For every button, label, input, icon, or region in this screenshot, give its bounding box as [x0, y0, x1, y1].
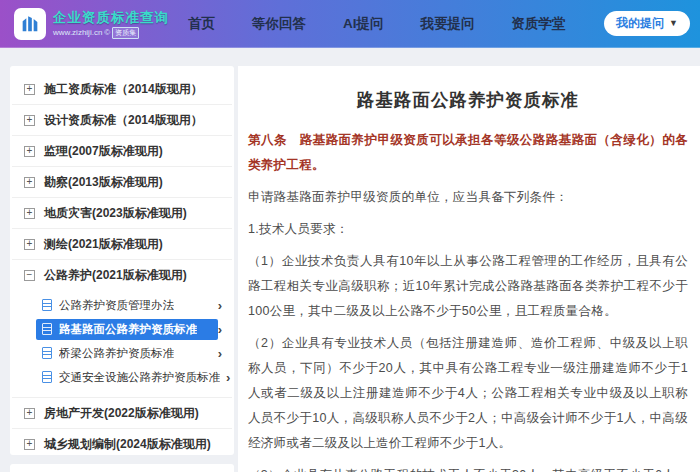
sidebar-item-highway-maintenance[interactable]: 公路养护(2021版标准现用)	[12, 260, 232, 290]
chevron-right-icon	[226, 370, 230, 385]
article-panel: 路基路面公路养护资质标准 第八条 路基路面养护甲级资质可以承担各等级公路路基路面…	[238, 66, 700, 472]
chevron-right-icon	[218, 322, 222, 337]
chevron-right-icon	[218, 298, 222, 313]
chevron-down-icon	[669, 19, 678, 28]
subitem-label: 交通安全设施公路养护资质标准	[59, 370, 220, 385]
expand-plus-icon[interactable]	[24, 408, 35, 419]
expand-plus-icon[interactable]	[24, 208, 35, 219]
document-icon	[42, 347, 52, 359]
sidebar-item-label: 测绘(2021版标准现用)	[44, 236, 163, 253]
subitem-bridge-standard[interactable]: 桥梁公路养护资质标准	[12, 341, 232, 365]
sidebar-item-supervision[interactable]: 监理(2007版标准现用)	[12, 136, 232, 166]
nav-waiting-answers[interactable]: 等你回答	[252, 15, 306, 33]
collapse-minus-icon[interactable]	[24, 270, 35, 281]
sidebar-item-label: 房地产开发(2022版标准现用)	[44, 405, 199, 422]
article-paragraph: （2）企业具有专业技术人员（包括注册建造师、造价工程师、中级及以上职称人员，下同…	[248, 331, 688, 456]
sidebar-item-label: 勘察(2013版标准现用)	[44, 174, 163, 191]
article-paragraph: （1）企业技术负责人具有10年以上从事公路工程管理的工作经历，且具有公路工程相关…	[248, 249, 688, 324]
subitem-traffic-safety-standard[interactable]: 交通安全设施公路养护资质标准	[12, 365, 232, 389]
logo-text: 企业资质标准查询 www.zizhiji.cn©资质集	[53, 9, 169, 39]
sidebar-item-real-estate[interactable]: 房地产开发(2022版标准现用)	[12, 398, 232, 428]
sidebar-item-label: 地质灾害(2023版标准现用)	[44, 205, 187, 222]
sidebar-secondary-panel	[10, 464, 234, 472]
document-icon	[42, 323, 52, 335]
expand-plus-icon[interactable]	[24, 177, 35, 188]
sidebar-tree: 施工资质标准（2014版现用） 设计资质标准（2014版现用） 监理(2007版…	[10, 66, 234, 455]
site-url-text: www.zizhiji.cn	[53, 28, 102, 37]
site-title: 企业资质标准查询	[53, 9, 169, 27]
sidebar-item-label: 城乡规划编制(2024版标准现用)	[44, 436, 211, 453]
expand-plus-icon[interactable]	[24, 439, 35, 450]
my-questions-label: 我的提问	[616, 15, 664, 32]
header: 企业资质标准查询 www.zizhiji.cn©资质集 首页 等你回答 AI提问…	[0, 0, 700, 48]
sidebar-item-label: 施工资质标准（2014版现用）	[44, 81, 203, 98]
sidebar-item-mapping[interactable]: 测绘(2021版标准现用)	[12, 229, 232, 259]
sidebar-item-label: 设计资质标准（2014版现用）	[44, 112, 203, 129]
sidebar-item-survey[interactable]: 勘察(2013版标准现用)	[12, 167, 232, 197]
article-paragraph: 申请路基路面养护甲级资质的单位，应当具备下列条件：	[248, 185, 688, 210]
sidebar-item-construction[interactable]: 施工资质标准（2014版现用）	[12, 74, 232, 104]
article-paragraph: 1.技术人员要求：	[248, 217, 688, 242]
document-icon	[42, 371, 52, 383]
subitem-label: 桥梁公路养护资质标准	[59, 346, 174, 361]
highway-maintenance-submenu: 公路养护资质管理办法 路基路面公路养护资质标准 桥梁公路养护资质标准	[12, 290, 232, 397]
sidebar-item-design[interactable]: 设计资质标准（2014版现用）	[12, 105, 232, 135]
site-logo[interactable]: 企业资质标准查询 www.zizhiji.cn©资质集	[14, 8, 166, 40]
my-questions-button[interactable]: 我的提问	[604, 11, 690, 36]
article-paragraph: （3）企业具有从事公路工程的技术工人不少于30人，其中高级工不少于6人，中级工不…	[248, 463, 688, 472]
expand-plus-icon[interactable]	[24, 239, 35, 250]
nav-qualification-school[interactable]: 资质学堂	[512, 15, 566, 33]
sidebar-item-label: 公路养护(2021版标准现用)	[44, 267, 187, 284]
nav-ai-ask[interactable]: AI提问	[343, 15, 384, 33]
sidebar-item-label: 监理(2007版标准现用)	[44, 143, 163, 160]
copyright-mark: ©	[104, 28, 110, 37]
expand-plus-icon[interactable]	[24, 84, 35, 95]
main-nav: 首页 等你回答 AI提问 我要提问 资质学堂	[188, 15, 566, 33]
logo-building-icon	[14, 8, 46, 40]
nav-home[interactable]: 首页	[188, 15, 215, 33]
subitem-roadbed-pavement-standard[interactable]: 路基路面公路养护资质标准	[12, 317, 232, 341]
page-title: 路基路面公路养护资质标准	[248, 88, 688, 112]
site-url: www.zizhiji.cn©资质集	[53, 27, 169, 39]
sidebar-item-geohazard[interactable]: 地质灾害(2023版标准现用)	[12, 198, 232, 228]
subitem-label: 路基路面公路养护资质标准	[59, 322, 197, 337]
article-highlight-paragraph: 第八条 路基路面养护甲级资质可以承担各等级公路路基路面（含绿化）的各类养护工程。	[248, 128, 688, 178]
document-icon	[42, 299, 52, 311]
sidebar-item-urban-planning[interactable]: 城乡规划编制(2024版标准现用)	[12, 429, 232, 455]
expand-plus-icon[interactable]	[24, 146, 35, 157]
subitem-maintenance-measures[interactable]: 公路养护资质管理办法	[12, 293, 232, 317]
expand-plus-icon[interactable]	[24, 115, 35, 126]
chevron-right-icon	[218, 346, 222, 361]
nav-ask-question[interactable]: 我要提问	[421, 15, 475, 33]
site-badge: 资质集	[112, 27, 139, 39]
subitem-label: 公路养护资质管理办法	[59, 298, 174, 313]
